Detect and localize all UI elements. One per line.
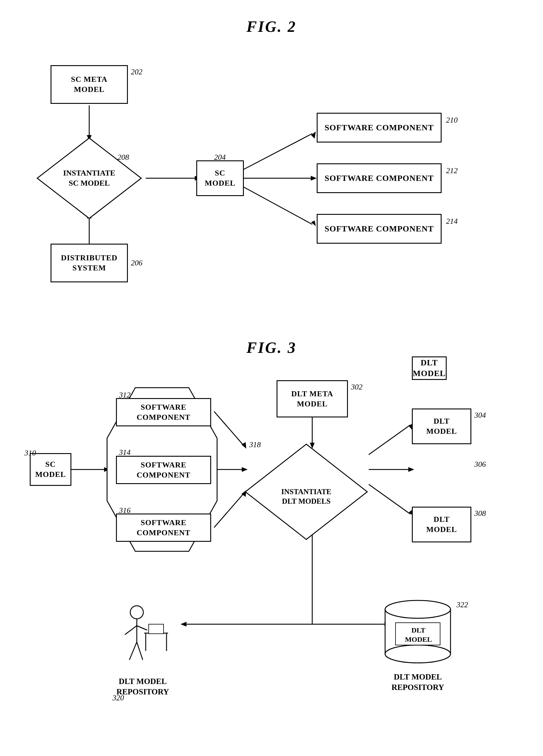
dlt-meta-model-box: DLT META MODEL (276, 380, 348, 417)
svg-line-19 (214, 493, 244, 528)
ref-306: 306 (474, 460, 486, 469)
ref-314: 314 (119, 448, 131, 457)
sc-meta-model-box: SC META MODEL (51, 65, 128, 104)
svg-line-40 (137, 626, 147, 630)
sw-component-314-box: SOFTWARE COMPONENT (116, 456, 211, 484)
person-figure (116, 603, 170, 669)
svg-marker-12 (37, 138, 141, 218)
fig2-diagram: SC META MODEL 202 INSTANTIATE SC MODEL 2… (0, 35, 543, 327)
sw-component-312-box: SOFTWARE COMPONENT (116, 398, 211, 426)
sw-component-214-box: SOFTWARE COMPONENT (317, 214, 442, 244)
dlt-model-308-box: DLT MODEL (412, 507, 471, 542)
instantiate-sc-diamond: INSTANTIATE SC MODEL (36, 137, 143, 220)
fig2-title: FIG. 2 (0, 0, 543, 35)
sw-component-212-box: SOFTWARE COMPONENT (317, 163, 442, 193)
svg-rect-46 (149, 624, 164, 634)
dlt-model-306-box: DLT MODEL (412, 356, 447, 380)
svg-line-6 (244, 134, 312, 169)
ref-212: 212 (446, 166, 458, 175)
svg-marker-26 (408, 467, 414, 472)
ref-304: 304 (474, 411, 486, 420)
svg-line-15 (214, 411, 244, 446)
distributed-system-box: DISTRIBUTED SYSTEM (51, 244, 128, 282)
sw-component-210-box: SOFTWARE COMPONENT (317, 113, 442, 143)
svg-line-27 (369, 484, 410, 514)
ref-322: 322 (456, 600, 468, 609)
ref-208: 208 (118, 153, 129, 162)
page-container: FIG. 2 SC ME (0, 0, 543, 756)
ref-316: 316 (119, 506, 131, 515)
svg-point-49 (385, 645, 450, 663)
svg-line-42 (137, 642, 143, 660)
svg-marker-9 (311, 176, 317, 181)
dlt-model-repo-322-cylinder: DLT MODEL (382, 597, 453, 666)
ref-206: 206 (131, 259, 143, 267)
sw-component-316-box: SOFTWARE COMPONENT (116, 514, 211, 542)
ref-312: 312 (119, 391, 131, 400)
svg-line-10 (244, 187, 312, 224)
instantiate-dlt-diamond: INSTANTIATE DLT MODELS (244, 443, 369, 541)
svg-line-23 (369, 425, 410, 455)
ref-302: 302 (351, 383, 362, 392)
sc-model-fig3-box: SC MODEL (30, 453, 71, 486)
ref-214: 214 (446, 217, 458, 226)
dlt-model-304-box: DLT MODEL (412, 408, 471, 444)
ref-320: 320 (112, 694, 124, 702)
svg-marker-33 (181, 622, 187, 627)
ref-204: 204 (214, 153, 226, 162)
ref-202: 202 (131, 68, 143, 76)
svg-point-37 (130, 606, 143, 619)
ref-310: 310 (24, 449, 36, 458)
fig3-diagram: SC MODEL 310 SOFTWARE COMPONENT 312 SOFT… (0, 356, 543, 755)
svg-marker-11 (311, 220, 316, 226)
fig3-title: FIG. 3 (0, 327, 543, 356)
ref-318: 318 (249, 440, 261, 449)
svg-marker-7 (311, 132, 316, 139)
svg-point-48 (385, 600, 450, 618)
svg-line-39 (125, 626, 137, 635)
svg-line-41 (129, 642, 137, 660)
sc-model-box: SC MODEL (196, 160, 244, 196)
dlt-model-repo-322-label: DLT MODEL REPOSITORY (373, 672, 462, 693)
ref-308: 308 (474, 509, 486, 518)
svg-marker-36 (245, 444, 367, 539)
ref-210: 210 (446, 116, 458, 125)
